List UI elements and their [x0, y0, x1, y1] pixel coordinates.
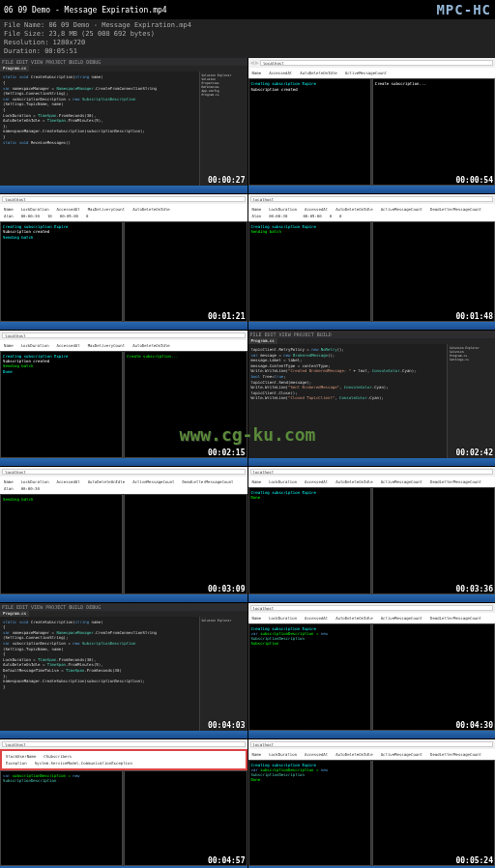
thumbnail-10[interactable]: localhost NameLockDurationAccessedAtAuto… [248, 603, 496, 738]
player-logo: MPC-HC [436, 2, 491, 17]
console-right: Create subscription... [372, 78, 495, 186]
thumbnail-8[interactable]: localhost NameLockDurationAccessedAtAuto… [248, 467, 496, 602]
table-row: Alan00:00:301000:05:000 [2, 213, 246, 219]
timestamp: 00:04:57 [208, 856, 246, 865]
back-icon[interactable]: ◀ [250, 59, 254, 67]
timestamp: 00:05:24 [455, 856, 493, 865]
thumbnail-6[interactable]: FILE EDIT VIEW PROJECT BUILD Program.cs … [248, 331, 496, 466]
thumbnail-5[interactable]: localhost NameLockDurationAccessedAtMaxD… [0, 331, 248, 466]
table-header: NameAccessedAtAutoDeleteOnIdleActiveMess… [250, 70, 494, 76]
vs-menu-bar: FILE EDIT VIEW PROJECT BUILD DEBUG [0, 58, 248, 66]
timestamp: 00:04:03 [208, 721, 246, 730]
console-left: Creating subscription Expire Subscriptio… [248, 78, 371, 186]
thumbnail-4[interactable]: localhost NameLockDurationAccessedAtAuto… [248, 194, 496, 330]
thumbnail-9[interactable]: FILE EDIT VIEW PROJECT BUILD DEBUG Progr… [0, 603, 248, 738]
video-filename: 06 09 Demo - Message Expiration.mp4 [4, 6, 167, 14]
timestamp: 00:02:42 [455, 448, 493, 457]
timestamp: 00:04:30 [455, 721, 493, 730]
timestamp: 00:01:21 [208, 312, 246, 321]
timestamp: 00:00:27 [208, 176, 246, 185]
thumbnail-7[interactable]: localhost NameLockDurationAccessedAtAuto… [0, 467, 248, 602]
url-bar[interactable]: localhost [260, 60, 493, 66]
thumbnail-1[interactable]: FILE EDIT VIEW PROJECT BUILD DEBUG Progr… [0, 58, 248, 193]
timestamp: 00:02:15 [208, 448, 246, 457]
video-metadata: File Name: 06 09 Demo - Message Expirati… [0, 19, 495, 58]
timestamp: 00:03:09 [208, 585, 246, 593]
timestamp: 00:03:36 [455, 585, 493, 593]
timestamp: 00:01:48 [455, 312, 493, 321]
timestamp: 00:00:54 [455, 176, 493, 185]
thumbnail-12[interactable]: localhost NameLockDurationAccessedAtAuto… [248, 739, 496, 868]
windows-taskbar [0, 186, 248, 193]
thumbnail-11[interactable]: localhost StockUserNameCSubscribers Exce… [0, 739, 248, 868]
browser-toolbar: ◀ ▶ localhost [248, 58, 496, 68]
thumbnail-grid: FILE EDIT VIEW PROJECT BUILD DEBUG Progr… [0, 58, 495, 868]
solution-explorer: Solution Explorer Solution Properties Re… [199, 72, 248, 186]
code-editor: static void CreateSubscription(string na… [0, 72, 199, 186]
thumbnail-3[interactable]: localhost NameLockDurationAccessedAtMaxD… [0, 194, 248, 330]
forward-icon[interactable]: ▶ [255, 59, 259, 67]
table-header: NameLockDurationAccessedAtMaxDeliveryCou… [2, 206, 246, 213]
browser-page: NameAccessedAtAutoDeleteOnIdleActiveMess… [248, 68, 496, 78]
player-title-bar: 06 09 Demo - Message Expiration.mp4 MPC-… [0, 0, 495, 19]
thumbnail-2[interactable]: ◀ ▶ localhost NameAccessedAtAutoDeleteOn… [248, 58, 496, 193]
